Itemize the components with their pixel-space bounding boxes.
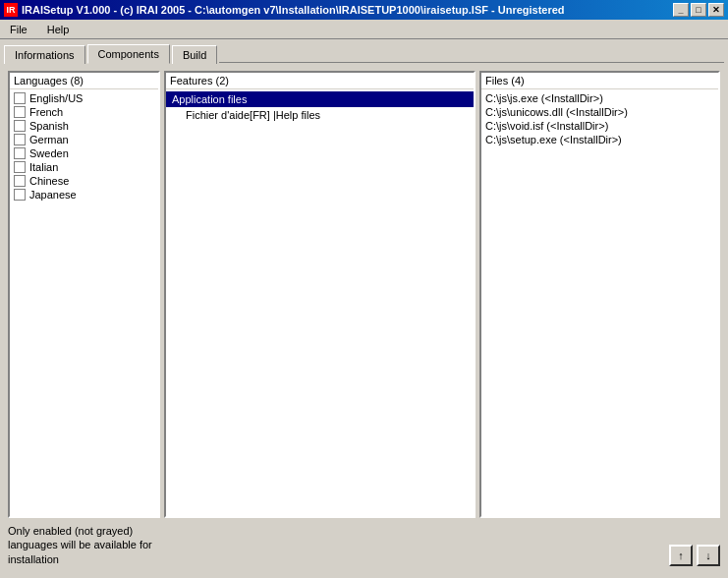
languages-header: Languages (8) [10, 73, 158, 89]
lang-chinese[interactable]: Chinese [10, 174, 158, 188]
close-button[interactable]: ✕ [708, 3, 724, 17]
title-bar: IR IRAISetup V1.000 - (c) IRAI 2005 - C:… [0, 0, 728, 20]
tab-build[interactable]: Build [172, 45, 217, 64]
lang-italian-checkbox[interactable] [14, 161, 26, 173]
feature-help-files[interactable]: Fichier d'aide[FR] |Help files [166, 107, 474, 123]
languages-list: English/US French Spanish German Sweden [10, 89, 158, 516]
feature-application-files[interactable]: Application files [166, 91, 474, 107]
lang-sweden-label: Sweden [29, 147, 69, 159]
bottom-area: Only enabled (not grayed) languages will… [8, 524, 720, 566]
lang-french[interactable]: French [10, 105, 158, 119]
menu-help[interactable]: Help [41, 22, 76, 37]
files-list: C:\js\js.exe (<InstallDir>) C:\js\unicow… [481, 89, 718, 516]
lang-chinese-checkbox[interactable] [14, 175, 26, 187]
title-text: IRAISetup V1.000 - (c) IRAI 2005 - C:\au… [22, 4, 565, 16]
file-item-4: C:\js\setup.exe (<InstallDir>) [481, 133, 718, 146]
lang-spanish-label: Spanish [29, 120, 69, 132]
tab-informations[interactable]: Informations [4, 45, 85, 64]
features-panel: Features (2) Application files Fichier d… [164, 71, 476, 518]
languages-panel: Languages (8) English/US French Spanish … [8, 71, 160, 518]
file-item-2: C:\js\unicows.dll (<InstallDir>) [481, 105, 718, 119]
app-icon: IR [4, 3, 18, 17]
maximize-button[interactable]: □ [691, 3, 706, 17]
menu-bar: File Help [0, 20, 728, 39]
lang-german[interactable]: German [10, 133, 158, 146]
tabs-container: Informations Components Build [0, 39, 728, 63]
lang-german-label: German [29, 134, 69, 145]
lang-japanese-label: Japanese [29, 189, 77, 201]
lang-sweden-checkbox[interactable] [14, 147, 26, 159]
lang-english[interactable]: English/US [10, 91, 158, 105]
features-header: Features (2) [166, 73, 474, 89]
lang-spanish[interactable]: Spanish [10, 119, 158, 133]
title-controls: _ □ ✕ [673, 3, 724, 17]
move-down-button[interactable]: ↓ [697, 545, 720, 566]
lang-japanese[interactable]: Japanese [10, 188, 158, 202]
menu-file[interactable]: File [4, 22, 33, 37]
move-up-button[interactable]: ↑ [669, 545, 693, 566]
lang-english-checkbox[interactable] [14, 92, 26, 104]
files-header: Files (4) [481, 73, 718, 89]
lang-french-checkbox[interactable] [14, 106, 26, 118]
file-item-3: C:\js\void.isf (<InstallDir>) [481, 119, 718, 133]
lang-english-label: English/US [29, 92, 83, 104]
files-panel: Files (4) C:\js\js.exe (<InstallDir>) C:… [479, 71, 720, 518]
main-content: Languages (8) English/US French Spanish … [0, 63, 728, 574]
panels: Languages (8) English/US French Spanish … [8, 71, 720, 518]
title-bar-left: IR IRAISetup V1.000 - (c) IRAI 2005 - C:… [4, 3, 565, 17]
tab-components[interactable]: Components [87, 44, 170, 64]
lang-german-checkbox[interactable] [14, 134, 26, 145]
lang-sweden[interactable]: Sweden [10, 146, 158, 160]
features-list: Application files Fichier d'aide[FR] |He… [166, 89, 474, 516]
minimize-button[interactable]: _ [673, 3, 689, 17]
lang-italian[interactable]: Italian [10, 160, 158, 174]
arrow-buttons: ↑ ↓ [669, 545, 720, 566]
status-text: Only enabled (not grayed) languages will… [8, 524, 160, 566]
lang-italian-label: Italian [29, 161, 58, 173]
lang-chinese-label: Chinese [29, 175, 69, 187]
file-item-1: C:\js\js.exe (<InstallDir>) [481, 91, 718, 105]
lang-spanish-checkbox[interactable] [14, 120, 26, 132]
lang-french-label: French [29, 106, 63, 118]
lang-japanese-checkbox[interactable] [14, 189, 26, 201]
